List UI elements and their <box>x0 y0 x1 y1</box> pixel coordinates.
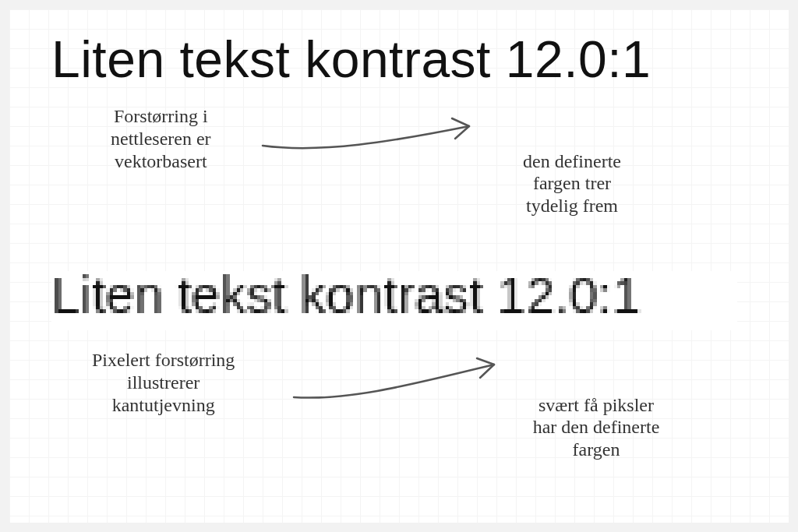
diagram-canvas: Liten tekst kontrast 12.0:1 Forstørring … <box>9 9 789 523</box>
balloon-bottom-right: svært få piksler har den definerte farge… <box>505 340 687 422</box>
heading-vector: Liten tekst kontrast 12.0:1 <box>51 30 651 89</box>
note-bottom-left: Pixelert forstørring illustrerer kantutj… <box>92 349 235 416</box>
balloon-bottom-right-text: svært få piksler har den definerte farge… <box>533 395 660 460</box>
balloon-top-right-text: den definerte fargen trer tydelig frem <box>523 151 621 217</box>
heading-pixelated <box>51 271 737 330</box>
note-top-left: Forstørring i nettleseren er vektorbaser… <box>111 105 211 172</box>
balloon-top-right: den definerte fargen trer tydelig frem <box>494 96 650 178</box>
arrow-bottom <box>290 351 508 421</box>
arrow-top <box>259 111 485 173</box>
